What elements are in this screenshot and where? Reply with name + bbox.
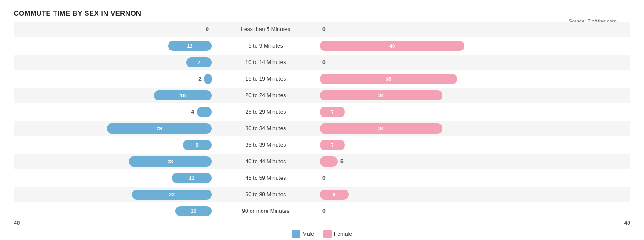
- male-bar-value: 22: [165, 192, 178, 197]
- female-section: 34: [316, 121, 518, 136]
- male-bar: [197, 107, 212, 117]
- male-section: 11: [14, 170, 215, 186]
- row-label: 35 to 39 Minutes: [215, 142, 316, 148]
- male-section: 23: [14, 154, 215, 169]
- male-bar-value: 12: [183, 43, 196, 49]
- female-bar: 34: [320, 90, 442, 100]
- male-section: 29: [14, 121, 215, 136]
- female-bar: 38: [320, 74, 457, 84]
- legend-male: Male: [292, 230, 314, 238]
- male-bar-value: 10: [187, 208, 200, 214]
- female-bar: 40: [320, 41, 464, 51]
- male-bar-value: 7: [194, 60, 204, 65]
- female-bar-value: 34: [375, 93, 387, 98]
- row-label: 45 to 59 Minutes: [215, 175, 316, 181]
- chart-row: 1620 to 24 Minutes34: [14, 88, 630, 103]
- female-bar: [320, 156, 338, 167]
- female-section: 40: [316, 38, 518, 54]
- chart-row: 835 to 39 Minutes7: [14, 137, 630, 153]
- male-bar: 10: [175, 206, 212, 216]
- axis-left-label: 40: [14, 220, 20, 226]
- male-section: 22: [14, 187, 215, 202]
- male-bar-value: 16: [176, 93, 189, 98]
- female-section: 38: [316, 71, 518, 87]
- male-bar: 11: [172, 173, 212, 183]
- female-bar: 7: [320, 107, 345, 117]
- male-bar: [204, 74, 212, 84]
- female-section: 0: [316, 203, 518, 219]
- chart-row: 2930 to 34 Minutes34: [14, 121, 630, 136]
- male-section: 7: [14, 55, 215, 70]
- row-label: 15 to 19 Minutes: [215, 76, 316, 82]
- row-label: 90 or more Minutes: [215, 208, 316, 214]
- female-section: 7: [316, 137, 518, 153]
- row-label: Less than 5 Minutes: [215, 26, 316, 33]
- chart-area: 0Less than 5 Minutes0125 to 9 Minutes407…: [14, 22, 630, 238]
- female-bar-value: 38: [382, 76, 395, 82]
- chart-row: 425 to 29 Minutes7: [14, 104, 630, 120]
- male-bar-value: 11: [185, 175, 198, 181]
- legend-female-label: Female: [334, 231, 352, 237]
- female-bar-value: 7: [327, 142, 337, 148]
- row-label: 60 to 89 Minutes: [215, 191, 316, 198]
- female-section: 0: [316, 55, 518, 70]
- axis-labels: 40 40: [14, 220, 630, 226]
- chart-row: 2260 to 89 Minutes8: [14, 187, 630, 202]
- female-value-outside: 5: [340, 158, 344, 165]
- male-bar: 7: [186, 57, 212, 67]
- male-bar: 16: [154, 90, 212, 100]
- male-value-outside: 4: [191, 109, 194, 115]
- female-value-zero: 0: [322, 208, 326, 214]
- female-value-zero: 0: [322, 175, 326, 181]
- female-bar-value: 7: [327, 109, 337, 115]
- chart-row: 0Less than 5 Minutes0: [14, 22, 630, 37]
- row-label: 40 to 44 Minutes: [215, 158, 316, 165]
- legend-male-label: Male: [302, 231, 314, 237]
- male-bar: 12: [168, 41, 212, 51]
- female-bar: 7: [320, 140, 345, 150]
- row-label: 25 to 29 Minutes: [215, 109, 316, 115]
- male-section: 8: [14, 137, 215, 153]
- row-label: 5 to 9 Minutes: [215, 43, 316, 49]
- male-bar: 29: [107, 123, 212, 134]
- male-section: 4: [14, 104, 215, 120]
- female-section: 0: [316, 170, 518, 186]
- female-bar: 34: [320, 123, 442, 134]
- male-bar-value: 29: [153, 126, 165, 131]
- female-value-zero: 0: [322, 26, 326, 33]
- female-section: 5: [316, 154, 518, 169]
- legend-male-box: [292, 230, 300, 238]
- chart-row: 1145 to 59 Minutes0: [14, 170, 630, 186]
- male-bar: 22: [132, 190, 212, 200]
- male-section: 2: [14, 71, 215, 87]
- axis-right-label: 40: [624, 220, 630, 226]
- female-bar: 8: [320, 190, 349, 200]
- female-section: 8: [316, 187, 518, 202]
- male-section: 12: [14, 38, 215, 54]
- legend-female-box: [323, 230, 332, 238]
- chart-row: 215 to 19 Minutes38: [14, 71, 630, 87]
- male-section: 10: [14, 203, 215, 219]
- male-section: 0: [14, 22, 215, 37]
- male-section: 16: [14, 88, 215, 103]
- male-bar-value: 8: [192, 142, 202, 148]
- chart-row: 125 to 9 Minutes40: [14, 38, 630, 54]
- female-section: 0: [316, 22, 518, 37]
- male-value-zero: 0: [206, 26, 209, 33]
- male-bar: 8: [183, 140, 212, 150]
- legend: Male Female: [14, 230, 630, 238]
- chart-row: 710 to 14 Minutes0: [14, 55, 630, 70]
- male-bar-value: 23: [164, 159, 176, 164]
- female-section: 34: [316, 88, 518, 103]
- female-section: 7: [316, 104, 518, 120]
- chart-row: 1090 or more Minutes0: [14, 203, 630, 219]
- legend-female: Female: [323, 230, 352, 238]
- male-value-outside: 2: [198, 76, 202, 82]
- row-label: 10 to 14 Minutes: [215, 59, 316, 66]
- chart-title: COMMUTE TIME BY SEX IN VERNON: [14, 9, 630, 17]
- female-value-zero: 0: [322, 59, 326, 66]
- female-bar-value: 40: [386, 43, 398, 49]
- row-label: 20 to 24 Minutes: [215, 92, 316, 99]
- male-bar: 23: [129, 156, 212, 167]
- chart-row: 2340 to 44 Minutes5: [14, 154, 630, 169]
